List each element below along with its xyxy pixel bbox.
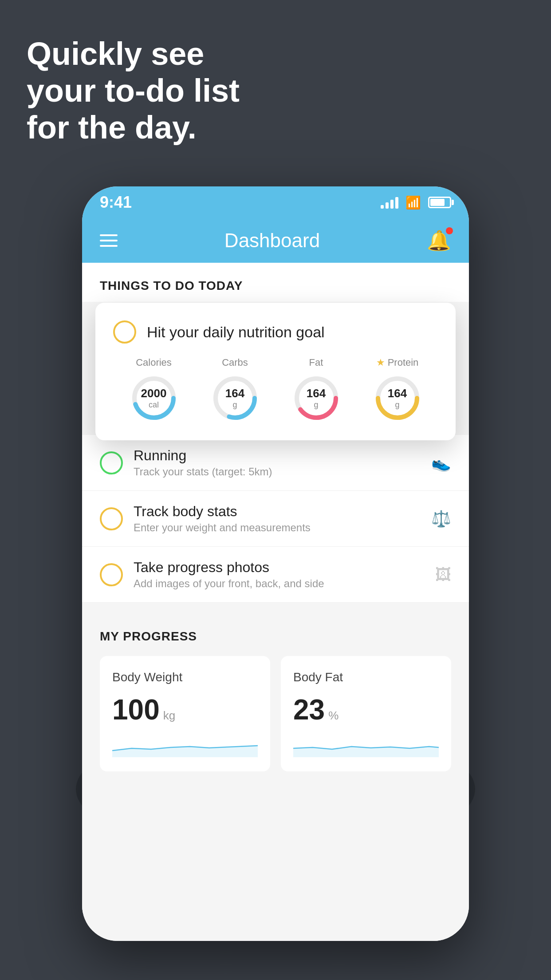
bell-button[interactable]: 🔔 xyxy=(427,229,451,252)
status-bar: 9:41 📶 xyxy=(82,186,469,218)
body-fat-title: Body Fat xyxy=(293,670,439,684)
body-stats-title: Track body stats xyxy=(134,503,421,520)
todo-body-stats[interactable]: Track body stats Enter your weight and m… xyxy=(82,491,469,547)
battery-icon xyxy=(428,197,451,208)
body-fat-number: 23 xyxy=(293,693,325,726)
body-weight-unit: kg xyxy=(163,709,175,723)
running-title: Running xyxy=(134,447,421,464)
fat-unit: g xyxy=(307,400,326,410)
nutrition-goal-item: Hit your daily nutrition goal xyxy=(113,320,438,344)
nutrition-goal-title: Hit your daily nutrition goal xyxy=(147,324,325,341)
progress-cards: Body Weight 100 kg Body Fat xyxy=(100,656,451,771)
body-stats-text: Track body stats Enter your weight and m… xyxy=(134,503,421,534)
nutrition-goal-checkbox[interactable] xyxy=(113,320,136,344)
body-weight-chart xyxy=(112,735,258,757)
body-fat-unit: % xyxy=(328,709,338,723)
body-fat-chart xyxy=(293,735,439,757)
todo-running[interactable]: Running Track your stats (target: 5km) 👟 xyxy=(82,435,469,491)
section-header-text: THINGS TO DO TODAY xyxy=(100,279,243,292)
fat-item: Fat 164 g xyxy=(292,357,341,423)
carbs-donut: 164 g xyxy=(211,374,260,423)
todo-photos[interactable]: Take progress photos Add images of your … xyxy=(82,547,469,603)
fat-value: 164 xyxy=(307,387,326,400)
body-fat-value-row: 23 % xyxy=(293,693,439,726)
body-weight-card[interactable]: Body Weight 100 kg xyxy=(100,656,270,771)
progress-section: MY PROGRESS Body Weight 100 kg xyxy=(82,612,469,780)
calories-label: Calories xyxy=(136,357,172,368)
section-header: THINGS TO DO TODAY xyxy=(82,263,469,302)
running-subtitle: Track your stats (target: 5km) xyxy=(134,466,421,478)
nav-title: Dashboard xyxy=(224,229,320,252)
photos-text: Take progress photos Add images of your … xyxy=(134,559,425,590)
body-weight-number: 100 xyxy=(112,693,160,726)
notification-dot xyxy=(446,227,453,234)
calories-donut: 2000 cal xyxy=(130,374,178,423)
carbs-value: 164 xyxy=(225,387,244,400)
fat-label: Fat xyxy=(309,357,323,368)
todo-list: Running Track your stats (target: 5km) 👟… xyxy=(82,435,469,603)
status-time: 9:41 xyxy=(100,193,132,212)
hero-text: Quickly see your to-do list for the day. xyxy=(27,36,240,146)
running-text: Running Track your stats (target: 5km) xyxy=(134,447,421,478)
body-stats-checkbox[interactable] xyxy=(100,507,123,530)
protein-item: ★ Protein 164 g xyxy=(373,357,422,423)
wifi-icon: 📶 xyxy=(405,195,421,210)
body-weight-value-row: 100 kg xyxy=(112,693,258,726)
carbs-unit: g xyxy=(225,400,244,410)
hero-line3: for the day. xyxy=(27,109,240,146)
top-nav: Dashboard 🔔 xyxy=(82,218,469,263)
body-weight-title: Body Weight xyxy=(112,670,258,684)
photos-subtitle: Add images of your front, back, and side xyxy=(134,577,425,590)
protein-label: ★ Protein xyxy=(376,357,419,368)
calories-value: 2000 xyxy=(141,387,167,400)
calories-item: Calories 2000 cal xyxy=(130,357,178,423)
star-icon: ★ xyxy=(376,357,385,368)
content-area: THINGS TO DO TODAY Hit your daily nutrit… xyxy=(82,263,469,941)
shoe-icon: 👟 xyxy=(431,454,451,472)
protein-unit: g xyxy=(388,400,407,410)
calories-unit: cal xyxy=(141,400,167,410)
photos-title: Take progress photos xyxy=(134,559,425,576)
phone-frame: 9:41 📶 Dashboard 🔔 THINGS TO xyxy=(82,186,469,941)
menu-button[interactable] xyxy=(100,234,118,247)
carbs-item: Carbs 164 g xyxy=(211,357,260,423)
body-stats-subtitle: Enter your weight and measurements xyxy=(134,522,421,534)
status-icons: 📶 xyxy=(381,195,451,210)
hero-line2: your to-do list xyxy=(27,72,240,109)
body-fat-card[interactable]: Body Fat 23 % xyxy=(281,656,451,771)
hero-line1: Quickly see xyxy=(27,36,240,72)
nutrition-goal-card[interactable]: Hit your daily nutrition goal Calories 2… xyxy=(95,303,456,440)
protein-value: 164 xyxy=(388,387,407,400)
protein-donut: 164 g xyxy=(373,374,422,423)
fat-donut: 164 g xyxy=(292,374,341,423)
signal-bars-icon xyxy=(381,196,398,209)
carbs-label: Carbs xyxy=(222,357,248,368)
scale-icon: ⚖️ xyxy=(431,510,451,528)
photos-checkbox[interactable] xyxy=(100,563,123,586)
nutrition-circles: Calories 2000 cal Carbs xyxy=(113,357,438,423)
running-checkbox[interactable] xyxy=(100,451,123,474)
photo-icon: 🖼 xyxy=(435,565,451,584)
progress-header: MY PROGRESS xyxy=(100,629,451,644)
